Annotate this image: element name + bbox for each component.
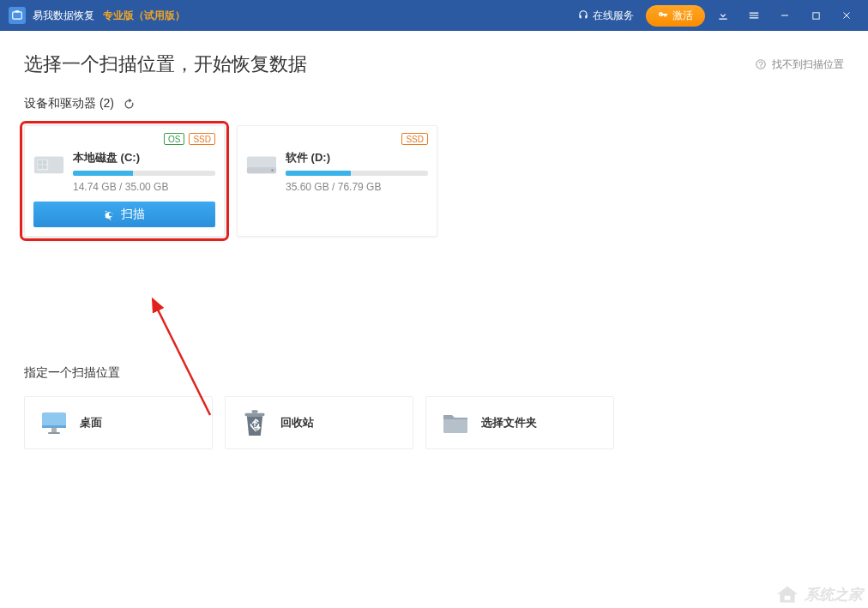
svg-rect-3 [812,12,818,18]
activate-button[interactable]: 激活 [646,5,705,27]
app-window: 易我数据恢复 专业版（试用版） 在线服务 激活 [0,0,868,608]
online-service-button[interactable]: 在线服务 [570,6,641,26]
monitor-icon [40,410,68,436]
svg-rect-10 [43,165,46,168]
svg-rect-20 [245,413,265,416]
scan-icon [104,208,116,220]
drive-size: 35.60 GB / 76.79 GB [286,181,428,193]
location-desktop[interactable]: 桌面 [24,396,213,449]
folder-label: 选择文件夹 [481,415,537,430]
app-name: 易我数据恢复 [33,9,94,23]
titlebar: 易我数据恢复 专业版（试用版） 在线服务 激活 [0,0,868,31]
scan-button[interactable]: 扫描 [33,202,215,227]
download-icon [717,9,729,21]
location-recycle-bin[interactable]: 回收站 [225,396,413,449]
content-area: 选择一个扫描位置，开始恢复数据 找不到扫描位置 设备和驱动器 (2) OS SS… [0,31,868,608]
ssd-badge: SSD [401,133,428,145]
help-icon [755,58,767,70]
close-icon [841,10,852,21]
help-text: 找不到扫描位置 [772,57,844,72]
drive-name: 本地磁盘 (C:) [73,150,215,166]
app-edition: 专业版（试用版） [103,9,185,23]
watermark-text: 系统之家 [805,585,863,605]
svg-rect-21 [252,410,258,412]
maximize-button[interactable] [803,3,829,28]
drive-icon [246,152,277,178]
locations-row: 桌面 回收站 选择文件夹 [24,396,844,449]
drive-badges: SSD [246,133,428,145]
svg-rect-18 [51,428,57,432]
drives-section-label: 设备和驱动器 (2) [24,96,114,111]
activate-label: 激活 [672,9,693,23]
trash-icon [241,410,268,436]
drive-card-c[interactable]: OS SSD 本地磁盘 (C:) 14.74 GB / 35.00 GB 扫描 [24,125,225,237]
menu-button[interactable] [741,3,767,28]
page-title: 选择一个扫描位置，开始恢复数据 [24,51,307,77]
svg-rect-0 [13,12,22,19]
drives-section-header: 设备和驱动器 (2) [24,96,844,111]
drive-size: 14.74 GB / 35.00 GB [73,181,215,193]
svg-point-4 [756,60,766,69]
desktop-label: 桌面 [80,415,102,430]
watermark: 系统之家 [775,584,863,605]
key-icon [658,10,668,21]
page-header: 选择一个扫描位置，开始恢复数据 找不到扫描位置 [24,51,844,77]
svg-rect-1 [15,10,20,12]
drive-usage-bar [286,171,428,176]
svg-rect-17 [42,425,66,428]
help-link[interactable]: 找不到扫描位置 [755,57,844,72]
house-icon [775,584,799,605]
drive-usage-bar [73,171,215,176]
folder-icon [442,410,469,436]
drive-card-d[interactable]: SSD 软件 (D:) 35.60 GB / 76.79 GB [237,125,437,237]
locations-section-label: 指定一个扫描位置 [24,365,844,381]
minimize-icon [780,10,790,21]
recycle-label: 回收站 [280,415,314,430]
refresh-icon [123,98,136,111]
hamburger-icon [748,9,760,21]
close-button[interactable] [834,3,859,28]
refresh-button[interactable] [123,98,136,111]
drive-name: 软件 (D:) [286,150,428,166]
ssd-badge: SSD [189,133,215,145]
os-badge: OS [164,133,184,145]
maximize-icon [811,11,821,21]
app-logo-icon [9,7,26,24]
drive-icon [33,152,64,178]
svg-rect-9 [38,165,41,168]
svg-rect-2 [781,15,788,16]
scan-label: 扫描 [121,207,145,222]
svg-rect-19 [48,432,60,434]
svg-point-13 [271,169,274,172]
drives-row: OS SSD 本地磁盘 (C:) 14.74 GB / 35.00 GB 扫描 [24,125,844,237]
svg-rect-8 [43,160,46,164]
online-service-label: 在线服务 [593,9,634,23]
svg-rect-7 [38,160,41,164]
headset-icon [577,9,589,21]
download-button[interactable] [710,3,736,28]
minimize-button[interactable] [772,3,798,28]
drive-badges: OS SSD [33,133,215,145]
location-select-folder[interactable]: 选择文件夹 [425,396,614,449]
